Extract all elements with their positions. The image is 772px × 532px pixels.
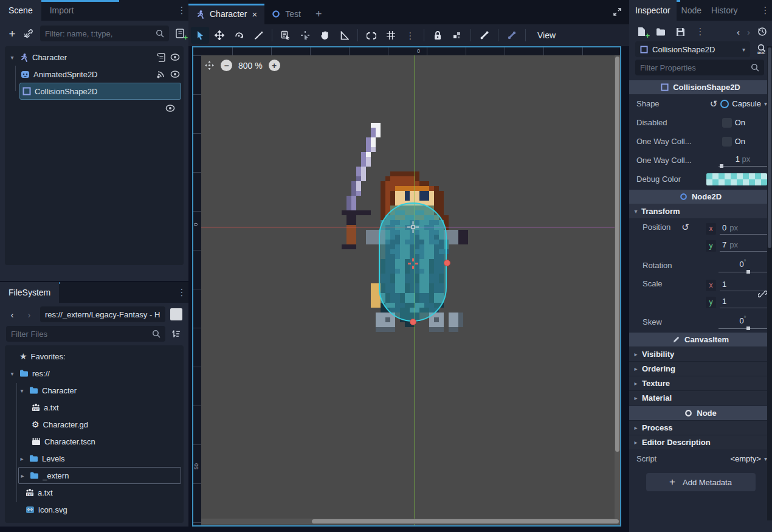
- filter-properties-input[interactable]: [640, 63, 747, 72]
- tab-node[interactable]: Node: [677, 0, 706, 21]
- visibility-eye-icon[interactable]: [170, 71, 180, 78]
- list-select-button[interactable]: [277, 27, 295, 44]
- group-process[interactable]: ▸Process: [629, 420, 772, 435]
- visibility-eye-icon[interactable]: [165, 105, 175, 112]
- center-view-icon[interactable]: [204, 60, 215, 71]
- chevron-down-icon[interactable]: ▾: [18, 387, 26, 394]
- fs-row-levels[interactable]: ▸ Levels: [5, 450, 184, 467]
- view-menu-button[interactable]: View: [530, 30, 563, 40]
- history-forward-icon[interactable]: ›: [747, 27, 750, 37]
- history-back-icon[interactable]: ‹: [737, 27, 740, 37]
- script-icon[interactable]: [157, 53, 165, 62]
- group-editor-description[interactable]: ▸Editor Description: [629, 435, 772, 449]
- fs-row-character-gd[interactable]: ⚙ Character.gd: [5, 416, 184, 433]
- capsule-radius-handle[interactable]: [444, 260, 450, 266]
- tab-scene[interactable]: Scene: [0, 0, 41, 21]
- capsule-height-handle[interactable]: [410, 319, 416, 325]
- tab-import[interactable]: Import: [41, 0, 83, 21]
- link-scale-icon[interactable]: [758, 289, 767, 299]
- category-canvasitem[interactable]: CanvasItem: [629, 333, 772, 347]
- group-ordering[interactable]: ▸Ordering: [629, 361, 772, 376]
- chevron-right-icon[interactable]: ▸: [19, 472, 26, 479]
- select-tool-button[interactable]: [191, 27, 209, 44]
- load-resource-button[interactable]: [655, 26, 667, 38]
- scene-tab-test[interactable]: Test: [264, 4, 308, 24]
- instance-scene-button[interactable]: [23, 27, 35, 40]
- new-resource-button[interactable]: +: [635, 26, 647, 38]
- scale-tool-button[interactable]: [249, 27, 267, 44]
- fs-row-res[interactable]: ▾ res://: [5, 365, 184, 382]
- skeleton-options-button[interactable]: [503, 27, 521, 44]
- signal-connection-icon[interactable]: [157, 70, 165, 78]
- scene-dock-menu-icon[interactable]: ⋮: [175, 0, 188, 21]
- filesystem-filter-input[interactable]: [11, 330, 148, 339]
- attach-script-button[interactable]: +: [174, 27, 186, 40]
- zoom-out-button[interactable]: −: [221, 60, 232, 71]
- snap-options-button[interactable]: ⋮: [401, 27, 419, 44]
- lock-object-button[interactable]: [429, 27, 447, 44]
- skeleton-button[interactable]: [475, 27, 494, 44]
- canvas-viewport[interactable]: 0 0 50 − 800 % +: [192, 46, 621, 527]
- move-tool-button[interactable]: [210, 27, 229, 44]
- skew-field[interactable]: 0°: [719, 315, 767, 328]
- position-y-field[interactable]: 7px: [720, 240, 767, 252]
- category-node2d[interactable]: Node2D: [629, 190, 772, 204]
- group-object-button[interactable]: [448, 27, 466, 44]
- tab-history[interactable]: History: [706, 0, 743, 21]
- group-texture[interactable]: ▸Texture: [629, 376, 772, 390]
- fs-row-character-tscn[interactable]: Character.tscn: [5, 433, 184, 450]
- one-way-checkbox[interactable]: [722, 137, 732, 147]
- fs-row-favorites[interactable]: ★ Favorites:: [5, 348, 184, 365]
- rotation-field[interactable]: 0°: [719, 258, 767, 272]
- tab-filesystem[interactable]: FileSystem: [0, 282, 59, 303]
- category-collisionshape2d[interactable]: CollisionShape2D: [629, 80, 772, 94]
- revert-icon[interactable]: ↺: [710, 98, 718, 109]
- nav-back-button[interactable]: ‹: [6, 308, 18, 320]
- node-position-gizmo-icon[interactable]: [408, 258, 418, 269]
- scene-filter-input[interactable]: [45, 29, 152, 38]
- fs-row-a-txt[interactable]: TXT a.txt: [5, 399, 184, 416]
- shape-value[interactable]: Capsule: [732, 99, 761, 108]
- one-way-margin-field[interactable]: 1 px: [719, 154, 767, 167]
- fs-row-icon-svg[interactable]: icon.svg: [5, 501, 184, 518]
- debug-color-swatch[interactable]: [706, 173, 767, 185]
- chevron-right-icon[interactable]: ▸: [18, 455, 26, 462]
- smart-snap-button[interactable]: [362, 27, 381, 44]
- new-scene-tab-button[interactable]: +: [308, 4, 329, 24]
- inspector-menu-icon[interactable]: ⋮: [759, 0, 772, 21]
- fs-row-extern[interactable]: ▸ _extern: [18, 467, 181, 484]
- viewport-vertical-scrollbar[interactable]: [615, 55, 620, 520]
- fs-row-character-folder[interactable]: ▾ Character: [5, 382, 184, 399]
- resource-extra-menu-icon[interactable]: ⋮: [694, 26, 707, 38]
- revert-icon[interactable]: ↺: [681, 223, 689, 232]
- ruler-tool-button[interactable]: [335, 27, 353, 44]
- inspector-scrollbar[interactable]: [767, 46, 772, 520]
- script-value[interactable]: <empty>: [730, 454, 761, 463]
- fs-row-root-a-txt[interactable]: TXT a.txt: [5, 484, 184, 501]
- add-node-button[interactable]: +: [6, 27, 18, 40]
- close-icon[interactable]: ×: [252, 9, 257, 19]
- zoom-in-button[interactable]: +: [269, 60, 280, 71]
- add-metadata-button[interactable]: + Add Metadata: [646, 473, 756, 491]
- zoom-level[interactable]: 800 %: [238, 61, 263, 71]
- scene-tab-character[interactable]: Character ×: [188, 4, 264, 24]
- scene-tree-row-collisionshape[interactable]: CollisionShape2D: [19, 83, 181, 100]
- grid-snap-button[interactable]: [382, 27, 400, 44]
- visibility-eye-icon[interactable]: [170, 54, 180, 61]
- snap-pixel-button[interactable]: [296, 27, 314, 44]
- group-visibility[interactable]: ▸Visibility: [629, 347, 772, 361]
- expand-viewport-icon[interactable]: [613, 7, 622, 16]
- sort-files-icon[interactable]: [170, 328, 182, 340]
- scene-tree-row-animatedsprite[interactable]: AnimatedSprite2D: [5, 66, 184, 83]
- tab-inspector[interactable]: Inspector: [629, 0, 677, 21]
- path-box[interactable]: res://_extern/Legacy-Fantasy - H: [40, 306, 165, 322]
- save-resource-button[interactable]: [674, 26, 686, 38]
- group-material[interactable]: ▸Material: [629, 390, 772, 405]
- open-docs-button[interactable]: DOC: [755, 43, 767, 55]
- viewport-horizontal-scrollbar[interactable]: [201, 519, 620, 524]
- history-clock-icon[interactable]: [757, 27, 767, 36]
- pan-tool-button[interactable]: [315, 27, 334, 44]
- group-transform[interactable]: ▾ Transform: [629, 204, 772, 218]
- chevron-down-icon[interactable]: ▾: [9, 370, 16, 377]
- category-node[interactable]: Node: [629, 406, 772, 420]
